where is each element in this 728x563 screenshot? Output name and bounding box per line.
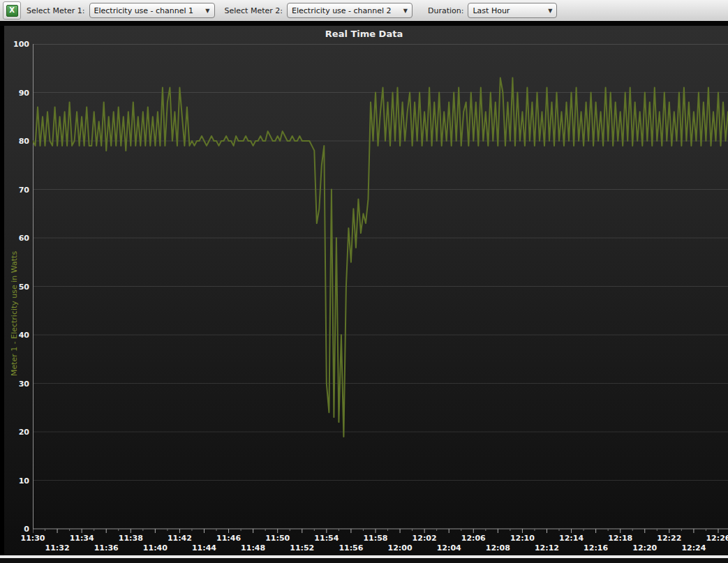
x-tick-label: 12:26	[701, 534, 728, 543]
y-tick-label: 60	[1, 233, 29, 243]
x-tick-label: 11:44	[187, 543, 221, 553]
x-tick-label: 12:16	[579, 543, 613, 553]
bottom-strip-dark	[0, 558, 728, 563]
excel-icon: X	[6, 5, 18, 17]
y-tick-label: 40	[1, 330, 29, 340]
x-tick-label: 12:24	[677, 543, 711, 553]
realtime-meter-app: X Select Meter 1: Electricity use - chan…	[0, 0, 728, 563]
y-axis-title: Meter 1 - Electricity use in Watts	[10, 174, 19, 453]
plot-area	[33, 44, 728, 534]
meter1-label: Select Meter 1:	[27, 6, 85, 15]
x-tick-label: 12:02	[408, 534, 441, 543]
x-tick-label: 11:46	[212, 534, 246, 543]
y-tick-label: 20	[1, 427, 29, 437]
y-tick-label: 10	[1, 476, 29, 486]
x-tick-label: 12:04	[432, 543, 466, 553]
x-tick-label: 11:56	[334, 543, 368, 553]
y-tick-label: 70	[1, 185, 29, 195]
y-tick-label: 100	[1, 39, 29, 50]
x-tick-label: 11:42	[163, 534, 196, 543]
chevron-down-icon: ▼	[205, 8, 209, 14]
duration-selected-value: Last Hour	[473, 6, 544, 15]
x-tick-label: 12:06	[456, 534, 490, 543]
x-tick-label: 11:34	[65, 534, 98, 543]
x-tick-label: 12:12	[530, 543, 563, 553]
x-tick-label: 12:10	[505, 534, 539, 543]
meter2-label: Select Meter 2:	[225, 6, 283, 15]
x-tick-label: 11:32	[40, 543, 74, 553]
x-tick-label: 11:38	[114, 534, 147, 543]
y-tick-label: 90	[1, 88, 29, 98]
x-tick-label: 12:18	[604, 534, 637, 543]
duration-select[interactable]: Last Hour ▼	[468, 3, 557, 18]
y-tick-label: 80	[1, 136, 29, 147]
x-tick-label: 12:22	[653, 534, 686, 543]
meter1-data-line	[33, 78, 728, 437]
meter1-select[interactable]: Electricity use - channel 1 ▼	[89, 3, 215, 18]
x-tick-label: 11:36	[89, 543, 123, 553]
duration-label: Duration:	[428, 6, 463, 15]
y-tick-label: 0	[1, 524, 29, 534]
x-tick-label: 12:14	[555, 534, 588, 543]
x-tick-label: 11:52	[285, 543, 319, 553]
chevron-down-icon: ▼	[403, 8, 408, 14]
x-tick-label: 11:30	[16, 534, 50, 543]
toolbar: X Select Meter 1: Electricity use - chan…	[0, 0, 728, 21]
chart-title: Real Time Data	[0, 29, 728, 39]
x-tick-label: 12:20	[628, 543, 662, 553]
meter2-select[interactable]: Electricity use - channel 2 ▼	[287, 3, 413, 18]
x-tick-label: 11:48	[237, 543, 270, 553]
toolbar-chart-divider	[0, 21, 728, 26]
y-tick-label: 50	[1, 282, 29, 292]
x-tick-label: 12:00	[383, 543, 417, 553]
x-tick-label: 11:58	[359, 534, 392, 543]
meter1-selected-value: Electricity use - channel 1	[94, 6, 202, 15]
meter2-selected-value: Electricity use - channel 2	[292, 6, 399, 15]
x-tick-label: 12:08	[481, 543, 514, 553]
chart-region: Real Time Data Meter 1 - Electricity use…	[0, 26, 728, 555]
chevron-down-icon: ▼	[548, 8, 552, 14]
x-tick-label: 11:54	[310, 534, 343, 543]
x-tick-label: 11:50	[261, 534, 295, 543]
excel-export-button[interactable]: X	[3, 1, 21, 20]
x-tick-label: 11:40	[138, 543, 172, 553]
y-tick-label: 30	[1, 379, 29, 389]
